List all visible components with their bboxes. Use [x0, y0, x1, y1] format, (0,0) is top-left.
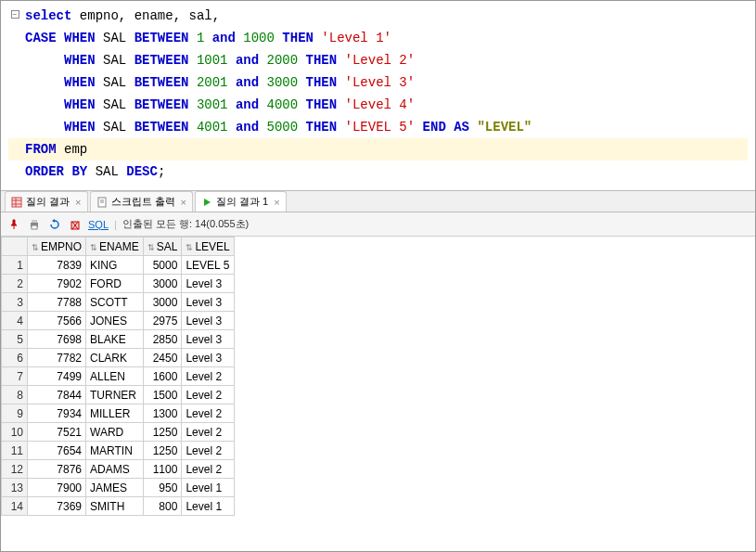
code-line[interactable]: ORDER BY SAL DESC; [8, 160, 748, 183]
cell-empno[interactable]: 7902 [28, 275, 86, 293]
cell-sal[interactable]: 2850 [143, 330, 182, 349]
print-icon[interactable] [27, 217, 42, 232]
cell-level[interactable]: Level 2 [182, 460, 234, 479]
sql-link[interactable]: SQL [88, 219, 109, 230]
fold-gutter[interactable] [8, 94, 25, 116]
cell-ename[interactable]: JONES [86, 312, 144, 330]
cell-level[interactable]: Level 1 [182, 479, 234, 497]
cell-ename[interactable]: MARTIN [86, 442, 144, 460]
cell-sal[interactable]: 1250 [143, 442, 182, 460]
table-row[interactable]: 107521WARD1250Level 2 [2, 423, 235, 442]
collapse-icon[interactable]: − [11, 10, 19, 19]
table-row[interactable]: 97934MILLER1300Level 2 [2, 404, 235, 423]
cell-sal[interactable]: 2450 [143, 349, 182, 367]
cell-empno[interactable]: 7788 [28, 293, 86, 312]
sort-icon[interactable]: ⇅ [90, 243, 97, 252]
cell-empno[interactable]: 7566 [28, 312, 86, 330]
cell-ename[interactable]: SCOTT [86, 293, 144, 312]
cell-level[interactable]: Level 2 [182, 442, 234, 460]
cell-sal[interactable]: 950 [143, 479, 182, 497]
sort-icon[interactable]: ⇅ [147, 243, 155, 252]
cell-ename[interactable]: MILLER [86, 404, 144, 423]
code-line[interactable]: WHEN SAL BETWEEN 1001 and 2000 THEN 'Lev… [8, 49, 748, 71]
cell-sal[interactable]: 3000 [143, 275, 182, 293]
cell-empno[interactable]: 7900 [28, 479, 86, 497]
cell-ename[interactable]: SMITH [86, 497, 144, 516]
fold-gutter[interactable] [8, 49, 25, 71]
table-row[interactable]: 127876ADAMS1100Level 2 [2, 460, 235, 479]
cell-level[interactable]: Level 2 [182, 404, 234, 423]
table-row[interactable]: 17839KING5000LEVEL 5 [2, 256, 235, 275]
cell-level[interactable]: LEVEL 5 [182, 256, 234, 275]
table-row[interactable]: 67782CLARK2450Level 3 [2, 349, 235, 367]
table-row[interactable]: 87844TURNER1500Level 2 [2, 386, 235, 404]
table-row[interactable]: 47566JONES2975Level 3 [2, 312, 235, 330]
cell-sal[interactable]: 800 [143, 497, 182, 516]
cell-sal[interactable]: 3000 [143, 293, 182, 312]
close-icon[interactable]: × [181, 197, 186, 208]
code-line[interactable]: −select empno, ename, sal, [8, 5, 748, 27]
code-line[interactable]: CASE WHEN SAL BETWEEN 1 and 1000 THEN 'L… [8, 27, 748, 49]
cell-level[interactable]: Level 3 [182, 293, 234, 312]
cell-level[interactable]: Level 1 [182, 497, 234, 516]
cell-ename[interactable]: BLAKE [86, 330, 144, 349]
cell-empno[interactable]: 7934 [28, 404, 86, 423]
cell-ename[interactable]: TURNER [86, 386, 144, 404]
cell-level[interactable]: Level 2 [182, 423, 234, 442]
cell-sal[interactable]: 1250 [143, 423, 182, 442]
column-header[interactable]: ⇅SAL [143, 237, 182, 256]
cell-sal[interactable]: 1500 [143, 386, 182, 404]
close-icon[interactable]: × [75, 197, 81, 208]
cell-sal[interactable]: 2975 [143, 312, 182, 330]
cell-level[interactable]: Level 2 [182, 386, 234, 404]
table-row[interactable]: 57698BLAKE2850Level 3 [2, 330, 235, 349]
column-header[interactable]: ⇅EMPNO [28, 237, 86, 256]
sql-editor[interactable]: −select empno, ename, sal,CASE WHEN SAL … [1, 1, 755, 190]
cell-empno[interactable]: 7369 [28, 497, 86, 516]
cell-level[interactable]: Level 3 [182, 330, 234, 349]
cell-empno[interactable]: 7499 [28, 367, 86, 386]
results-grid[interactable]: ⇅EMPNO⇅ENAME⇅SAL⇅LEVEL17839KING5000LEVEL… [1, 237, 235, 516]
cell-empno[interactable]: 7782 [28, 349, 86, 367]
column-header[interactable]: ⇅LEVEL [182, 237, 234, 256]
close-icon[interactable]: × [274, 197, 279, 208]
table-row[interactable]: 37788SCOTT3000Level 3 [2, 293, 235, 312]
table-row[interactable]: 117654MARTIN1250Level 2 [2, 442, 235, 460]
fold-gutter[interactable] [8, 71, 25, 94]
cell-ename[interactable]: JAMES [86, 479, 144, 497]
table-row[interactable]: 27902FORD3000Level 3 [2, 275, 235, 293]
result-tab[interactable]: 질의 결과× [5, 191, 88, 212]
refresh-icon[interactable] [47, 217, 62, 232]
fold-gutter[interactable]: − [8, 5, 25, 27]
cell-level[interactable]: Level 3 [182, 275, 234, 293]
code-line[interactable]: WHEN SAL BETWEEN 3001 and 4000 THEN 'Lev… [8, 94, 748, 116]
fold-gutter[interactable] [8, 27, 25, 49]
result-tab[interactable]: 질의 결과 1× [195, 191, 287, 212]
fold-gutter[interactable] [8, 138, 25, 160]
cell-sal[interactable]: 1100 [143, 460, 182, 479]
cell-ename[interactable]: KING [86, 256, 144, 275]
cell-sal[interactable]: 1300 [143, 404, 182, 423]
code-line[interactable]: WHEN SAL BETWEEN 2001 and 3000 THEN 'Lev… [8, 71, 748, 94]
fold-gutter[interactable] [8, 160, 25, 183]
code-line[interactable]: WHEN SAL BETWEEN 4001 and 5000 THEN 'LEV… [8, 116, 748, 138]
cell-sal[interactable]: 1600 [143, 367, 182, 386]
table-row[interactable]: 137900JAMES950Level 1 [2, 479, 235, 497]
pin-icon[interactable] [6, 217, 21, 232]
cell-ename[interactable]: CLARK [86, 349, 144, 367]
cell-ename[interactable]: ADAMS [86, 460, 144, 479]
cell-empno[interactable]: 7876 [28, 460, 86, 479]
cell-empno[interactable]: 7839 [28, 256, 86, 275]
delete-icon[interactable] [68, 217, 83, 232]
table-row[interactable]: 147369SMITH800Level 1 [2, 497, 235, 516]
cell-ename[interactable]: FORD [86, 275, 144, 293]
cell-level[interactable]: Level 2 [182, 367, 234, 386]
cell-empno[interactable]: 7654 [28, 442, 86, 460]
cell-sal[interactable]: 5000 [143, 256, 182, 275]
cell-empno[interactable]: 7698 [28, 330, 86, 349]
cell-level[interactable]: Level 3 [182, 349, 234, 367]
cell-empno[interactable]: 7844 [28, 386, 86, 404]
table-row[interactable]: 77499ALLEN1600Level 2 [2, 367, 235, 386]
code-line[interactable]: FROM emp [8, 138, 748, 160]
cell-empno[interactable]: 7521 [28, 423, 86, 442]
